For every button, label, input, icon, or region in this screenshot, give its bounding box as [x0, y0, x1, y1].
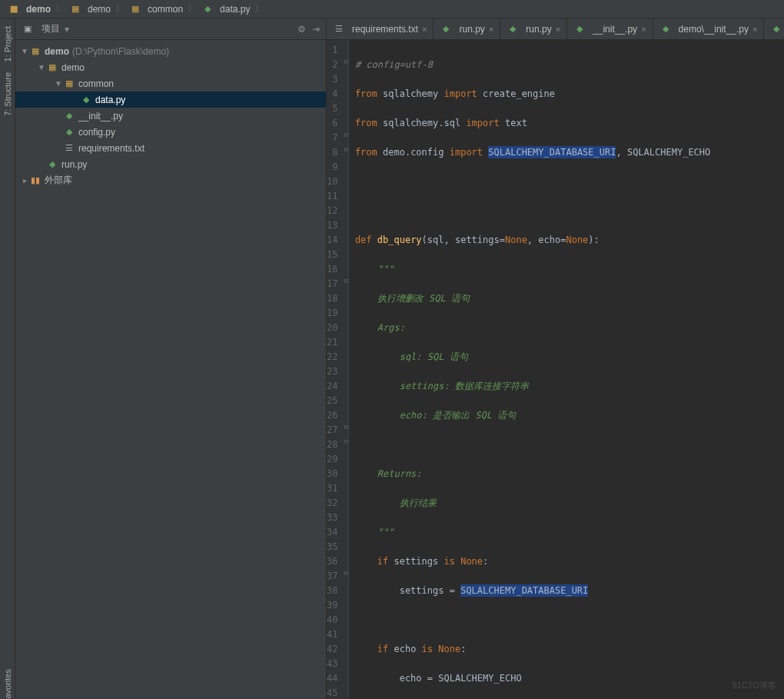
python-file-icon: ◆ [659, 23, 672, 35]
code-area[interactable]: 1234567891011121314151617181920212223242… [327, 40, 784, 699]
close-icon[interactable]: × [641, 25, 646, 34]
tree-init-py[interactable]: ◆ __init__.py [15, 108, 326, 124]
close-icon[interactable]: × [422, 25, 427, 34]
python-file-icon: ◆ [80, 94, 92, 106]
tool-favorites[interactable]: avorites [3, 669, 12, 699]
tree-external-libs[interactable]: ▸ ▮▮ 外部库 [15, 172, 326, 188]
tab-run-2[interactable]: ◆run.py× [500, 18, 567, 39]
text-file-icon: ☰ [63, 142, 75, 155]
tree-run-py[interactable]: ◆ run.py [15, 156, 326, 172]
tab-init[interactable]: ◆__init__.py× [567, 18, 653, 39]
editor-area: ☰requirements.txt× ◆run.py× ◆run.py× ◆__… [327, 18, 784, 699]
python-file-icon: ◆ [507, 23, 519, 35]
expand-icon[interactable]: ▼ [54, 79, 63, 88]
left-tool-strip: 1: Project 7: Structure avorites [0, 18, 15, 699]
sidebar-title: 项目 [42, 22, 60, 35]
tool-project[interactable]: 1: Project [3, 26, 12, 62]
project-tree[interactable]: ▼ ▦ demo(D:\Python\Flask\demo) ▼ ▦ demo … [15, 40, 326, 699]
tree-requirements[interactable]: ☰ requirements.txt [15, 140, 326, 156]
dropdown-icon[interactable]: ▾ [65, 24, 69, 35]
tree-demo[interactable]: ▼ ▦ demo [15, 59, 326, 75]
expand-icon[interactable]: ▸ [20, 176, 29, 185]
library-icon: ▮▮ [29, 175, 42, 187]
tab-requirements[interactable]: ☰requirements.txt× [327, 18, 434, 39]
project-icon: ▣ [22, 23, 34, 35]
python-file-icon: ◆ [573, 23, 586, 35]
chevron-right-icon: 〉 [115, 2, 125, 15]
crumb-root[interactable]: ▦demo [5, 3, 54, 15]
python-file-icon: ◆ [770, 23, 782, 35]
chevron-right-icon: 〉 [188, 2, 197, 15]
sidebar-header: ▣ 项目 ▾ ⚙ ⇥ [15, 18, 326, 40]
collapse-icon[interactable]: ⇥ [312, 24, 320, 35]
tree-data-py[interactable]: ◆ data.py [15, 92, 326, 108]
folder-icon: ▦ [46, 62, 58, 74]
folder-icon: ▦ [129, 3, 141, 15]
editor-tabs: ☰requirements.txt× ◆run.py× ◆run.py× ◆__… [327, 18, 784, 40]
folder-icon: ▦ [29, 45, 42, 58]
crumb-1[interactable]: ▦demo [66, 3, 114, 15]
expand-icon[interactable]: ▼ [37, 63, 46, 72]
python-file-icon: ◆ [46, 158, 58, 171]
code-content[interactable]: # config=utf-8 from sqlalchemy import cr… [349, 40, 784, 699]
tab-last[interactable]: ◆c [764, 18, 784, 39]
folder-icon: ▦ [63, 78, 75, 90]
crumb-file[interactable]: ◆data.py [198, 3, 253, 15]
line-gutter: 1234567891011121314151617181920212223242… [327, 40, 344, 699]
tree-config-py[interactable]: ◆ config.py [15, 124, 326, 140]
crumb-2[interactable]: ▦common [126, 3, 186, 15]
python-file-icon: ◆ [201, 3, 214, 15]
tab-demo-init[interactable]: ◆demo\__init__.py× [653, 18, 765, 39]
folder-icon: ▦ [69, 3, 81, 15]
chevron-right-icon: 〉 [254, 2, 264, 15]
breadcrumb: ▦demo 〉 ▦demo 〉 ▦common 〉 ◆data.py 〉 [0, 0, 784, 18]
close-icon[interactable]: × [489, 25, 493, 34]
close-icon[interactable]: × [752, 25, 757, 34]
python-file-icon: ◆ [63, 126, 75, 138]
project-sidebar: ▣ 项目 ▾ ⚙ ⇥ ▼ ▦ demo(D:\Python\Flask\demo… [15, 18, 327, 699]
folder-icon: ▦ [8, 3, 20, 15]
tool-structure[interactable]: 7: Structure [3, 72, 12, 116]
watermark: 51CTO博客 [733, 680, 776, 691]
text-file-icon: ☰ [333, 23, 345, 35]
python-file-icon: ◆ [63, 110, 75, 122]
tree-root[interactable]: ▼ ▦ demo(D:\Python\Flask\demo) [15, 43, 326, 59]
expand-icon[interactable]: ▼ [20, 47, 29, 55]
close-icon[interactable]: × [556, 25, 560, 34]
tree-common[interactable]: ▼ ▦ common [15, 75, 326, 92]
python-file-icon: ◆ [440, 23, 452, 35]
tab-run-1[interactable]: ◆run.py× [434, 18, 500, 39]
chevron-right-icon: 〉 [55, 2, 65, 15]
gear-icon[interactable]: ⚙ [297, 24, 306, 35]
